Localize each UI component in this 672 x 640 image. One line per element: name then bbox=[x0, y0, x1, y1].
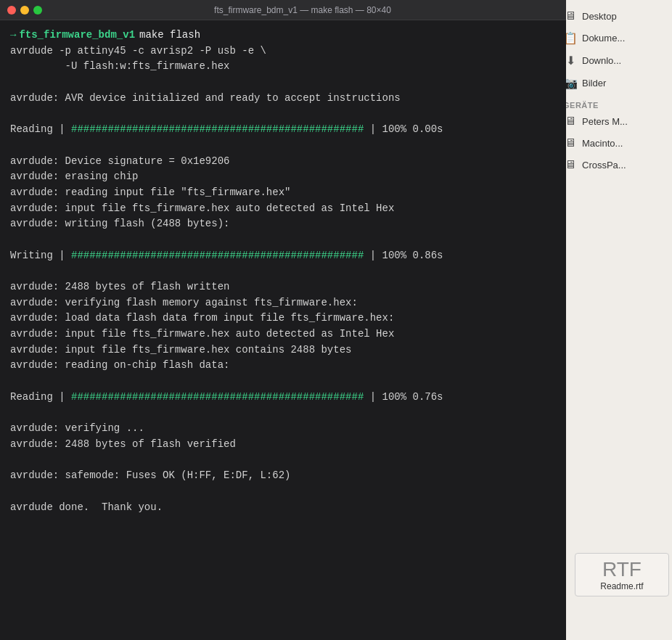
terminal-line-10: avrdude: input file fts_firmware.hex aut… bbox=[10, 201, 556, 217]
close-button[interactable] bbox=[7, 6, 16, 15]
terminal-line-14 bbox=[10, 263, 556, 279]
progress-hashes: ########################################… bbox=[71, 391, 364, 403]
maximize-button[interactable] bbox=[33, 6, 42, 15]
progress-label: Reading | bbox=[10, 391, 71, 403]
terminal-body[interactable]: → fts_firmware_bdm_v1 make flash avrdude… bbox=[0, 20, 566, 640]
terminal-line-28 bbox=[10, 484, 556, 500]
terminal-line-9: avrdude: reading input file "fts_firmwar… bbox=[10, 185, 556, 201]
fm-item-peters[interactable]: 🖥 Peters M... bbox=[559, 111, 669, 131]
prompt-directory: fts_firmware_bdm_v1 bbox=[19, 28, 135, 44]
terminal-line-27: avrdude: safemode: Fuses OK (H:FF, E:DF,… bbox=[10, 468, 556, 484]
terminal-line-3: avrdude: AVR device initialized and read… bbox=[10, 91, 556, 107]
terminal-line-25: avrdude: 2488 bytes of flash verified bbox=[10, 437, 556, 453]
progress-hashes: ########################################… bbox=[71, 123, 364, 135]
terminal-line-23 bbox=[10, 406, 556, 422]
terminal-line-24: avrdude: verifying ... bbox=[10, 421, 556, 437]
progress-stats: | 100% 0.00s bbox=[364, 123, 443, 135]
fm-label-peters: Peters M... bbox=[582, 116, 628, 127]
terminal-line-8: avrdude: erasing chip bbox=[10, 169, 556, 185]
fm-label-bilder: Bilder bbox=[582, 78, 606, 89]
fm-item-macinto[interactable]: 🖥 Macinto... bbox=[559, 133, 669, 153]
terminal-line-1: -U flash:w:fts_firmware.hex bbox=[10, 59, 556, 75]
terminal-line-11: avrdude: writing flash (2488 bytes): bbox=[10, 216, 556, 232]
fm-item-documents[interactable]: 📋 Dokume... bbox=[559, 28, 669, 49]
file-manager-panel: 🖥 Desktop 📋 Dokume... ⬇ Downlo... 📷 Bild… bbox=[556, 0, 672, 640]
terminal-line-7: avrdude: Device signature = 0x1e9206 bbox=[10, 154, 556, 170]
terminal-line-5: Reading | ##############################… bbox=[10, 122, 556, 138]
terminal-line-6 bbox=[10, 138, 556, 154]
fm-label-rtf: Readme.rtf bbox=[600, 581, 643, 591]
fm-item-crosspa[interactable]: 🖥 CrossPa... bbox=[559, 155, 669, 175]
progress-label: Reading | bbox=[10, 123, 71, 135]
terminal-line-26 bbox=[10, 453, 556, 469]
terminal-line-20: avrdude: reading on-chip flash data: bbox=[10, 358, 556, 374]
fm-item-rtf[interactable]: RTF Readme.rtf bbox=[575, 553, 669, 596]
terminal-line-12 bbox=[10, 232, 556, 248]
terminal-line-17: avrdude: load data flash data from input… bbox=[10, 311, 556, 327]
terminal-line-0: avrdude -p attiny45 -c avrisp2 -P usb -e… bbox=[10, 44, 556, 60]
terminal-line-4 bbox=[10, 106, 556, 122]
progress-stats: | 100% 0.86s bbox=[364, 250, 443, 261]
terminal-line-22: Reading | ##############################… bbox=[10, 390, 556, 406]
prompt-arrow-icon: → bbox=[10, 28, 16, 44]
prompt-command: make flash bbox=[139, 28, 200, 44]
terminal-titlebar: fts_firmware_bdm_v1 — make flash — 80×40 bbox=[0, 0, 566, 20]
terminal-line-16: avrdude: verifying flash memory against … bbox=[10, 295, 556, 311]
fm-label-downloads: Downlo... bbox=[582, 55, 621, 66]
rtf-icon: RTF bbox=[580, 558, 664, 581]
fm-section-devices: Geräte bbox=[559, 95, 669, 111]
terminal-output: avrdude -p attiny45 -c avrisp2 -P usb -e… bbox=[10, 44, 556, 516]
terminal-line-18: avrdude: input file fts_firmware.hex aut… bbox=[10, 327, 556, 342]
fm-item-downloads[interactable]: ⬇ Downlo... bbox=[559, 50, 669, 71]
fm-item-bilder[interactable]: 📷 Bilder bbox=[559, 73, 669, 94]
prompt-line: → fts_firmware_bdm_v1 make flash bbox=[10, 28, 556, 44]
terminal-line-15: avrdude: 2488 bytes of flash written bbox=[10, 279, 556, 295]
fm-label-documents: Dokume... bbox=[582, 33, 625, 44]
progress-stats: | 100% 0.76s bbox=[364, 391, 443, 403]
terminal-title: fts_firmware_bdm_v1 — make flash — 80×40 bbox=[214, 5, 391, 15]
terminal-window: fts_firmware_bdm_v1 — make flash — 80×40… bbox=[0, 0, 566, 640]
progress-label: Writing | bbox=[10, 250, 71, 261]
minimize-button[interactable] bbox=[20, 6, 29, 15]
terminal-line-19: avrdude: input file fts_firmware.hex con… bbox=[10, 342, 556, 358]
terminal-line-2 bbox=[10, 75, 556, 91]
fm-label-desktop: Desktop bbox=[582, 11, 617, 22]
terminal-line-29: avrdude done. Thank you. bbox=[10, 500, 556, 516]
terminal-line-21 bbox=[10, 374, 556, 390]
terminal-line-13: Writing | ##############################… bbox=[10, 248, 556, 264]
fm-label-crosspa: CrossPa... bbox=[582, 160, 626, 171]
progress-hashes: ########################################… bbox=[71, 250, 364, 261]
fm-label-macinto: Macinto... bbox=[582, 138, 623, 149]
fm-item-desktop[interactable]: 🖥 Desktop bbox=[559, 6, 669, 26]
